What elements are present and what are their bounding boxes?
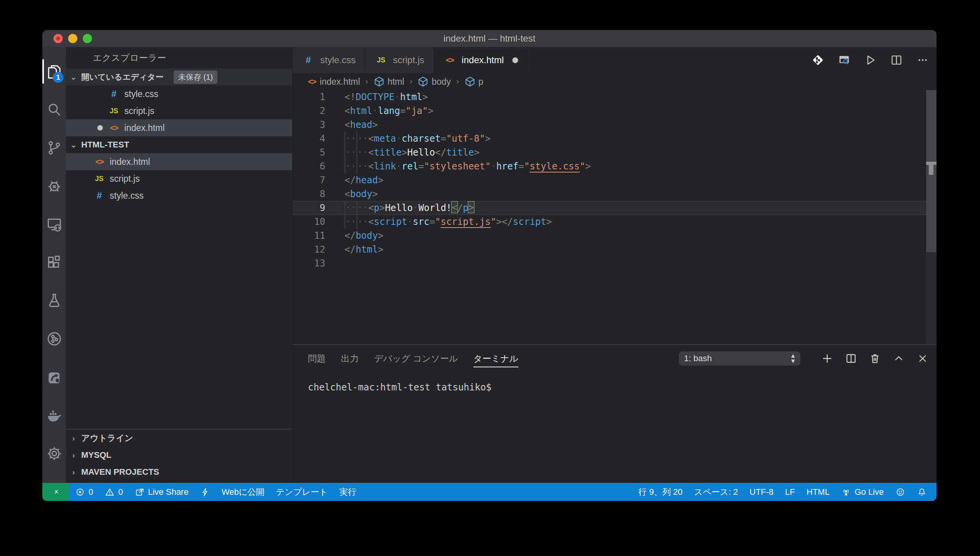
status-smiley[interactable] bbox=[890, 483, 911, 501]
project-root-header[interactable]: ⌄ HTML-TEST bbox=[66, 136, 292, 153]
status-lf[interactable]: LF bbox=[779, 483, 801, 501]
panel-tab-出力[interactable]: 出力 bbox=[341, 345, 359, 372]
breadcrumb-item-p[interactable]: p bbox=[465, 76, 483, 87]
minimize-window-button[interactable] bbox=[68, 34, 77, 43]
code-line[interactable]: 1<!DOCTYPE·html> bbox=[293, 90, 926, 104]
status-0[interactable]: 0 bbox=[69, 483, 99, 501]
explorer-icon[interactable]: 1 bbox=[42, 52, 66, 90]
status-label: スペース: 2 bbox=[694, 486, 738, 498]
tree-item-style.css[interactable]: #style.css bbox=[66, 187, 292, 204]
status-0[interactable]: 0 bbox=[99, 483, 129, 501]
title-bar[interactable]: index.html — html-test bbox=[42, 30, 937, 47]
status-remote[interactable] bbox=[42, 483, 69, 501]
code-editor[interactable]: 1<!DOCTYPE·html>2<html·lang="ja">3<head>… bbox=[293, 90, 937, 344]
status-html[interactable]: HTML bbox=[801, 483, 835, 501]
settings-gear-icon[interactable] bbox=[42, 435, 66, 473]
status-bell[interactable] bbox=[911, 483, 933, 501]
terminal-shell-select[interactable]: 1: bash ▲▼ bbox=[679, 352, 800, 365]
tab-style.css[interactable]: #style.css bbox=[293, 47, 365, 73]
search-icon[interactable] bbox=[42, 90, 66, 129]
code-line[interactable]: 3<head> bbox=[293, 118, 926, 132]
tree-item-index.html[interactable]: <>index.html bbox=[66, 153, 292, 170]
panel-tab-問題[interactable]: 問題 bbox=[308, 345, 326, 372]
status-テンプレート[interactable]: テンプレート bbox=[270, 483, 334, 501]
line-number[interactable]: 3 bbox=[293, 118, 325, 132]
open-preview-icon[interactable] bbox=[836, 52, 853, 69]
status-webに公開[interactable]: Webに公開 bbox=[216, 483, 270, 501]
git-logo-icon[interactable] bbox=[809, 52, 826, 69]
git-history-icon[interactable] bbox=[42, 320, 66, 358]
line-number[interactable]: 2 bbox=[293, 104, 325, 118]
code-token: < bbox=[368, 147, 374, 158]
breadcrumb-item-html[interactable]: html bbox=[374, 76, 404, 87]
panel-tab-デバッグ コンソール[interactable]: デバッグ コンソール bbox=[374, 345, 458, 372]
zoom-window-button[interactable] bbox=[83, 34, 92, 43]
split-editor-icon[interactable] bbox=[888, 52, 905, 69]
editor-scrollbar[interactable] bbox=[926, 90, 937, 344]
tab-script.js[interactable]: JSscript.js bbox=[365, 47, 434, 73]
remote-explorer-icon[interactable] bbox=[42, 205, 66, 243]
run-icon[interactable] bbox=[862, 52, 879, 69]
code-line[interactable]: 10····<script·src="script.js"></script> bbox=[293, 215, 926, 229]
status-live-share[interactable]: Live Share bbox=[129, 483, 194, 501]
line-number[interactable]: 6 bbox=[293, 159, 325, 173]
line-number[interactable]: 12 bbox=[293, 243, 325, 256]
status-実行[interactable]: 実行 bbox=[334, 483, 362, 501]
code-line[interactable]: 6····<link·rel="stylesheet"·href="style.… bbox=[293, 159, 926, 173]
more-actions-icon[interactable] bbox=[914, 52, 931, 69]
code-line[interactable]: 8<body> bbox=[293, 187, 926, 201]
line-number[interactable]: 8 bbox=[293, 187, 325, 201]
status-スペース:-2[interactable]: スペース: 2 bbox=[688, 483, 744, 501]
code-line[interactable]: 12</html> bbox=[293, 243, 926, 256]
status-行-9、列-20[interactable]: 行 9、列 20 bbox=[632, 483, 688, 501]
sidebar-section-MAVEN PROJECTS[interactable]: ›MAVEN PROJECTS bbox=[66, 464, 292, 481]
maximize-panel-icon[interactable] bbox=[891, 351, 906, 366]
code-line[interactable]: 7</head> bbox=[293, 173, 926, 187]
code-line[interactable]: 5····<title>Hello</title> bbox=[293, 146, 926, 159]
close-window-button[interactable] bbox=[54, 34, 63, 43]
split-terminal-icon[interactable] bbox=[843, 351, 859, 366]
code-token: · bbox=[491, 161, 496, 172]
code-line[interactable]: 11</body> bbox=[293, 229, 926, 243]
code-line[interactable]: 9····<p>Hello·World!</p> bbox=[293, 201, 926, 215]
status-go-live[interactable]: Go Live bbox=[835, 483, 890, 501]
extensions-icon[interactable] bbox=[42, 243, 66, 281]
code-line[interactable]: 2<html·lang="ja"> bbox=[293, 104, 926, 118]
status-utf-8[interactable]: UTF-8 bbox=[744, 483, 779, 501]
source-control-icon[interactable] bbox=[42, 129, 66, 167]
line-number[interactable]: 11 bbox=[293, 229, 325, 243]
line-number[interactable]: 4 bbox=[293, 132, 325, 146]
panel-tab-ターミナル[interactable]: ターミナル bbox=[473, 345, 518, 372]
open-editor-item-script.js[interactable]: JSscript.js bbox=[66, 102, 292, 119]
code-line[interactable]: 4····<meta·charset="utf-8"> bbox=[293, 132, 926, 146]
open-editor-item-index.html[interactable]: <>index.html bbox=[66, 119, 292, 136]
breadcrumb-item-index.html[interactable]: <>index.html bbox=[308, 77, 360, 87]
tree-item-script.js[interactable]: JSscript.js bbox=[66, 170, 292, 187]
open-editor-item-style.css[interactable]: #style.css bbox=[66, 85, 292, 102]
sidebar-section-アウトライン[interactable]: ›アウトライン bbox=[66, 430, 292, 447]
tab-index.html[interactable]: <>index.html bbox=[434, 47, 527, 73]
live-share-icon[interactable] bbox=[42, 358, 66, 396]
terminal-output[interactable]: chelchel-mac:html-test tatsuhiko$ bbox=[293, 372, 937, 483]
docker-icon[interactable] bbox=[42, 396, 66, 434]
line-number[interactable]: 7 bbox=[293, 173, 325, 187]
breadcrumb-item-body[interactable]: body bbox=[418, 76, 451, 87]
status-bolt[interactable] bbox=[194, 483, 216, 501]
close-panel-icon[interactable] bbox=[915, 351, 930, 366]
code-line[interactable]: 13 bbox=[293, 256, 926, 270]
line-number[interactable]: 5 bbox=[293, 146, 325, 159]
code-token: = bbox=[400, 106, 406, 116]
line-number[interactable]: 1 bbox=[293, 90, 325, 104]
css-file-icon: # bbox=[302, 55, 315, 65]
kill-terminal-icon[interactable] bbox=[867, 351, 883, 366]
new-terminal-icon[interactable] bbox=[819, 351, 835, 366]
open-editors-header[interactable]: ⌄ 開いているエディター 未保存 (1) bbox=[66, 69, 292, 85]
debug-icon[interactable] bbox=[42, 167, 66, 205]
line-number[interactable]: 13 bbox=[293, 256, 325, 270]
sidebar-section-MYSQL[interactable]: ›MYSQL bbox=[66, 447, 292, 464]
test-flask-icon[interactable] bbox=[42, 282, 66, 320]
line-number[interactable]: 10 bbox=[293, 215, 325, 229]
scrollbar-thumb[interactable] bbox=[926, 90, 937, 252]
breadcrumb-separator: › bbox=[365, 77, 368, 87]
line-number[interactable]: 9 bbox=[293, 201, 325, 215]
